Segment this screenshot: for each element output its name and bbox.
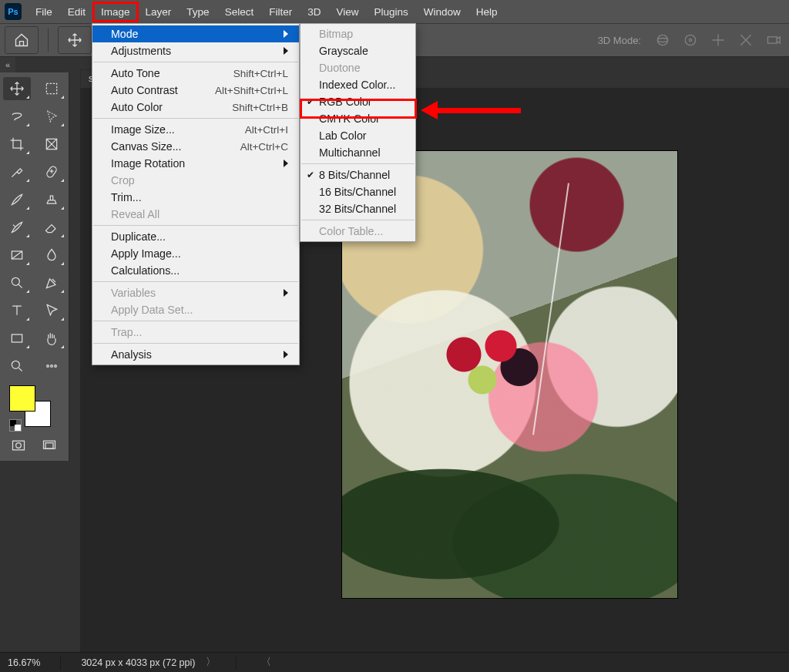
menu-item-crop[interactable]: Crop: [92, 172, 299, 189]
mode-item-rgb-color[interactable]: ✔RGB Color: [300, 93, 415, 110]
divider: [48, 29, 49, 52]
mode-item-duotone[interactable]: Duotone: [300, 59, 415, 76]
3d-mode-label: 3D Mode:: [598, 35, 641, 46]
menu-item-trap-[interactable]: Trap...: [92, 324, 299, 341]
pan-icon[interactable]: [680, 29, 701, 51]
image-berries: [427, 321, 550, 405]
blur-tool[interactable]: [38, 244, 65, 267]
type-tool[interactable]: [3, 299, 31, 322]
brush-tool[interactable]: [3, 188, 31, 211]
svg-point-17: [54, 365, 56, 368]
hand-tool[interactable]: [38, 327, 65, 350]
menu-layer[interactable]: Layer: [138, 2, 180, 22]
lasso-tool[interactable]: [3, 105, 31, 128]
menu-item-reveal-all[interactable]: Reveal All: [92, 206, 299, 223]
menu-item-apply-image-[interactable]: Apply Image...: [92, 245, 299, 262]
tool-preset-move[interactable]: [58, 26, 92, 54]
svg-point-16: [50, 365, 52, 368]
svg-point-3: [657, 35, 667, 45]
healing-tool[interactable]: [38, 160, 65, 183]
mode-item-indexed-color-[interactable]: Indexed Color...: [300, 76, 415, 93]
mode-item-lab-color[interactable]: Lab Color: [300, 127, 415, 144]
marquee-tool[interactable]: [38, 77, 65, 100]
dodge-tool[interactable]: [3, 271, 31, 294]
quick-mask-icon[interactable]: [11, 438, 26, 456]
menu-select[interactable]: Select: [217, 2, 262, 22]
panel-collapse-chevron[interactable]: «: [0, 57, 15, 72]
image-dropdown: ModeAdjustmentsAuto ToneShift+Ctrl+LAuto…: [92, 23, 300, 365]
menu-image[interactable]: Image: [93, 2, 138, 22]
menu-item-canvas-size-[interactable]: Canvas Size...Alt+Ctrl+C: [92, 138, 299, 155]
mode-submenu: BitmapGrayscaleDuotoneIndexed Color...✔R…: [300, 23, 416, 242]
frame-tool[interactable]: [38, 133, 65, 156]
menu-help[interactable]: Help: [468, 2, 505, 22]
menu-item-auto-color[interactable]: Auto ColorShift+Ctrl+B: [92, 99, 299, 116]
status-bar: 16.67% 3024 px x 4033 px (72 ppi) 〉 〈: [0, 652, 789, 672]
zoom-tool[interactable]: [3, 354, 31, 378]
menu-item-image-size-[interactable]: Image Size...Alt+Ctrl+I: [92, 121, 299, 138]
menu-plugins[interactable]: Plugins: [366, 2, 415, 22]
menu-file[interactable]: File: [28, 2, 60, 22]
eraser-tool[interactable]: [38, 216, 65, 239]
image-dimensions: 3024 px x 4033 px (72 ppi): [81, 657, 195, 668]
svg-rect-13: [12, 334, 22, 342]
mode-item-color-table-[interactable]: Color Table...: [300, 223, 415, 240]
mode-item-bitmap[interactable]: Bitmap: [300, 25, 415, 42]
history-brush-tool[interactable]: [3, 216, 31, 239]
svg-point-19: [16, 443, 22, 449]
svg-point-15: [46, 365, 49, 368]
menu-item-image-rotation[interactable]: Image Rotation: [92, 155, 299, 172]
rectangle-tool[interactable]: [3, 327, 31, 350]
default-colors-icon[interactable]: [9, 419, 22, 432]
menu-item-trim-[interactable]: Trim...: [92, 189, 299, 206]
edit-toolbar[interactable]: [38, 354, 65, 378]
mode-item-multichannel[interactable]: Multichannel: [300, 144, 415, 161]
mode-item-cmyk-color[interactable]: CMYK Color: [300, 110, 415, 127]
mode-item-32-bits-channel[interactable]: 32 Bits/Channel: [300, 200, 415, 217]
menu-filter[interactable]: Filter: [261, 2, 300, 22]
menu-view[interactable]: View: [328, 2, 366, 22]
color-swatches[interactable]: [9, 385, 54, 430]
mode-item-16-bits-channel[interactable]: 16 Bits/Channel: [300, 183, 415, 200]
orbit-icon[interactable]: [652, 29, 673, 51]
scale3d-icon[interactable]: [735, 29, 757, 51]
status-chevron-icon[interactable]: 〉: [206, 656, 216, 669]
svg-point-14: [12, 361, 19, 368]
move3d-icon[interactable]: [707, 29, 729, 51]
svg-rect-7: [768, 37, 777, 43]
menu-item-duplicate-[interactable]: Duplicate...: [92, 228, 299, 245]
menu-item-variables[interactable]: Variables: [92, 284, 299, 301]
menu-item-auto-contrast[interactable]: Auto ContrastAlt+Shift+Ctrl+L: [92, 82, 299, 99]
foreground-color-swatch[interactable]: [9, 385, 35, 412]
screen-mode-icon[interactable]: [42, 438, 57, 456]
hscroll-left-icon[interactable]: 〈: [261, 656, 271, 669]
gradient-tool[interactable]: [3, 244, 31, 267]
eyedropper-tool[interactable]: [3, 160, 31, 183]
svg-point-5: [685, 35, 695, 45]
menu-item-calculations-[interactable]: Calculations...: [92, 262, 299, 279]
camera-icon[interactable]: [763, 29, 784, 51]
zoom-level[interactable]: 16.67%: [8, 657, 40, 668]
menu-item-adjustments[interactable]: Adjustments: [92, 42, 299, 59]
mode-item-grayscale[interactable]: Grayscale: [300, 42, 415, 59]
clone-stamp-tool[interactable]: [38, 188, 65, 211]
home-button[interactable]: [5, 26, 39, 54]
svg-point-4: [657, 39, 667, 42]
svg-point-6: [689, 39, 691, 41]
menu-item-mode[interactable]: Mode: [92, 25, 299, 42]
menu-item-apply-data-set-[interactable]: Apply Data Set...: [92, 301, 299, 318]
pen-tool[interactable]: [38, 271, 65, 294]
svg-rect-8: [46, 83, 56, 93]
menu-item-auto-tone[interactable]: Auto ToneShift+Ctrl+L: [92, 65, 299, 82]
quick-select-tool[interactable]: [38, 105, 65, 128]
move-tool[interactable]: [3, 77, 31, 100]
crop-tool[interactable]: [3, 133, 31, 156]
menu-window[interactable]: Window: [416, 2, 468, 22]
path-select-tool[interactable]: [38, 299, 65, 322]
menu-3d[interactable]: 3D: [300, 2, 328, 22]
menu-type[interactable]: Type: [179, 2, 217, 22]
menu-edit[interactable]: Edit: [60, 2, 93, 22]
menubar: Ps File Edit Image Layer Type Select Fil…: [0, 0, 789, 23]
menu-item-analysis[interactable]: Analysis: [92, 346, 299, 363]
mode-item-8-bits-channel[interactable]: ✔8 Bits/Channel: [300, 166, 415, 183]
